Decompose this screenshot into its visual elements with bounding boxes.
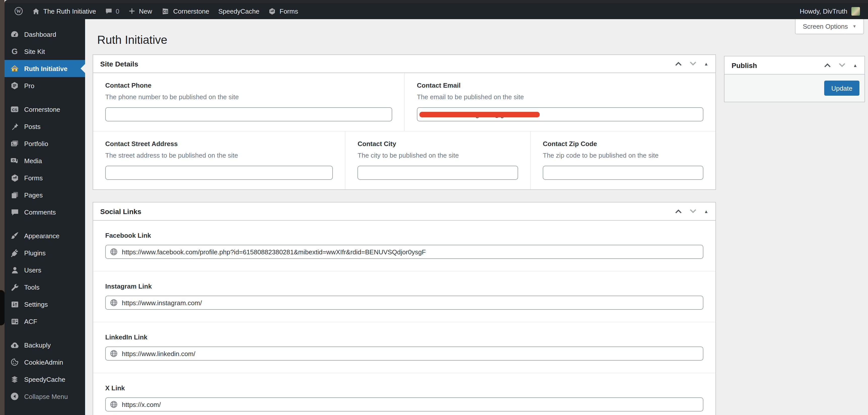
plug-icon bbox=[9, 248, 20, 258]
field-label: Contact Phone bbox=[105, 82, 392, 89]
sidebar-item-ruth-initiative[interactable]: Ruth Initiative bbox=[4, 60, 85, 77]
svg-text:G: G bbox=[11, 47, 18, 56]
instagram-link-input[interactable] bbox=[105, 296, 703, 310]
user-icon bbox=[9, 265, 20, 275]
sidebar-item-backuply[interactable]: Backuply bbox=[4, 336, 85, 354]
sidebar-item-cornerstone[interactable]: CS Cornerstone bbox=[4, 101, 85, 118]
sidebar-item-label: Portfolio bbox=[24, 140, 48, 147]
sidebar-item-label: Pages bbox=[24, 191, 43, 199]
sidebar-item-acf[interactable]: ACF bbox=[4, 313, 85, 330]
sidebar-item-cookieadmin[interactable]: CookieAdmin bbox=[4, 354, 85, 371]
admin-bar-comments[interactable]: 0 bbox=[101, 3, 124, 19]
sidebar-item-dashboard[interactable]: Dashboard bbox=[4, 26, 85, 43]
acf-icon bbox=[9, 316, 20, 326]
sidebar-item-label: Backuply bbox=[24, 341, 51, 349]
facebook-link-input[interactable] bbox=[105, 245, 703, 259]
sidebar-item-label: Plugins bbox=[24, 249, 45, 257]
forms-label: Forms bbox=[280, 7, 298, 15]
social-links-header[interactable]: Social Links ▲ bbox=[93, 203, 715, 220]
backuply-cloud-icon bbox=[9, 340, 20, 350]
sidebar-item-speedycache[interactable]: SpeedyCache bbox=[4, 371, 85, 388]
howdy-label[interactable]: Howdy, DivTruth bbox=[800, 7, 847, 15]
admin-bar-forms[interactable]: Forms bbox=[264, 3, 303, 19]
sidebar-item-users[interactable]: Users bbox=[4, 261, 85, 278]
move-down-button[interactable] bbox=[689, 208, 697, 214]
contact-phone-input[interactable] bbox=[105, 107, 392, 121]
contact-street-field: Contact Street Address The street addres… bbox=[93, 131, 345, 189]
contact-city-input[interactable] bbox=[358, 166, 518, 180]
admin-bar: W The Ruth Initiative 0 New CS Corners bbox=[4, 3, 868, 19]
contact-zip-input[interactable] bbox=[543, 166, 703, 180]
collapse-toggle-icon[interactable]: ▲ bbox=[853, 63, 858, 68]
sidebar-item-comments[interactable]: Comments bbox=[4, 204, 85, 220]
site-details-header[interactable]: Site Details ▲ bbox=[93, 55, 715, 73]
globe-icon bbox=[110, 401, 118, 409]
instagram-link-field: Instagram Link bbox=[93, 271, 715, 322]
sidebar-item-label: Pro bbox=[24, 82, 34, 89]
sidebar-item-settings[interactable]: Settings bbox=[4, 296, 85, 313]
svg-text:CS: CS bbox=[163, 9, 168, 13]
svg-text:W: W bbox=[17, 8, 21, 14]
sidebar-item-pro[interactable]: Pro bbox=[4, 77, 85, 94]
cornerstone-icon: CS bbox=[9, 104, 20, 114]
sidebar-item-tools[interactable]: Tools bbox=[4, 278, 85, 296]
site-name-label: The Ruth Initiative bbox=[43, 7, 96, 15]
linkedin-link-input[interactable] bbox=[105, 347, 703, 361]
field-label: Contact City bbox=[358, 140, 518, 148]
sidebar-item-forms[interactable]: Forms bbox=[4, 169, 85, 186]
new-label: New bbox=[139, 7, 152, 15]
contact-email-field: Contact Email The email to be published … bbox=[404, 73, 715, 131]
brush-icon bbox=[9, 231, 20, 241]
field-label: LinkedIn Link bbox=[105, 333, 703, 341]
update-button[interactable]: Update bbox=[824, 81, 860, 96]
speedycache-label: SpeedyCache bbox=[218, 7, 259, 15]
sidebar-item-appearance[interactable]: Appearance bbox=[4, 227, 85, 244]
contact-city-field: Contact City The city to be published on… bbox=[345, 131, 530, 189]
move-down-button[interactable] bbox=[838, 62, 846, 68]
cornerstone-icon: CS bbox=[161, 7, 170, 16]
collapse-toggle-icon[interactable]: ▲ bbox=[704, 209, 708, 214]
avatar[interactable] bbox=[851, 7, 860, 16]
sidebar-item-pages[interactable]: Pages bbox=[4, 186, 85, 204]
site-details-title: Site Details bbox=[100, 60, 138, 68]
admin-bar-site-name[interactable]: The Ruth Initiative bbox=[28, 3, 101, 19]
move-up-button[interactable] bbox=[824, 62, 831, 68]
sidebar-collapse-menu[interactable]: Collapse Menu bbox=[4, 388, 85, 405]
publish-header[interactable]: Publish ▲ bbox=[724, 56, 865, 75]
globe-icon bbox=[110, 248, 118, 256]
sidebar-item-label: Ruth Initiative bbox=[24, 65, 67, 72]
field-description: The street address to be published on th… bbox=[105, 152, 333, 159]
wp-logo-menu[interactable]: W bbox=[9, 3, 28, 19]
contact-street-input[interactable] bbox=[105, 166, 333, 180]
comment-icon bbox=[9, 207, 20, 217]
sidebar-item-label: Dashboard bbox=[24, 30, 56, 38]
sidebar-item-site-kit[interactable]: G Site Kit bbox=[4, 43, 85, 60]
facebook-link-field: Facebook Link bbox=[93, 220, 715, 271]
admin-sidebar: Dashboard G Site Kit Ruth Initiative Pro… bbox=[4, 19, 85, 415]
move-up-button[interactable] bbox=[675, 60, 682, 67]
publish-box: Publish ▲ Update bbox=[724, 56, 865, 102]
admin-bar-new[interactable]: New bbox=[124, 3, 157, 19]
redaction-annotation bbox=[420, 112, 540, 117]
x-link-input[interactable] bbox=[105, 397, 703, 412]
sidebar-item-media[interactable]: Media bbox=[4, 152, 85, 169]
desktop-edge bbox=[0, 0, 4, 415]
screen-options-button[interactable]: Screen Options ▼ bbox=[795, 19, 864, 34]
cornerstone-label: Cornerstone bbox=[173, 7, 209, 15]
collapse-toggle-icon[interactable]: ▲ bbox=[704, 61, 708, 66]
social-links-box: Social Links ▲ Facebook Link Insta bbox=[93, 202, 716, 415]
admin-bar-cornerstone[interactable]: CS Cornerstone bbox=[157, 3, 214, 19]
page-title: Ruth Initiative bbox=[97, 33, 167, 47]
ruth-initiative-house-icon bbox=[9, 63, 20, 73]
move-down-button[interactable] bbox=[689, 60, 697, 67]
sidebar-separator bbox=[4, 94, 85, 101]
admin-bar-speedycache[interactable]: SpeedyCache bbox=[214, 3, 264, 19]
sidebar-item-label: Media bbox=[24, 157, 42, 165]
sidebar-item-plugins[interactable]: Plugins bbox=[4, 244, 85, 261]
home-icon bbox=[32, 7, 40, 15]
move-up-button[interactable] bbox=[675, 208, 682, 214]
sidebar-item-posts[interactable]: Posts bbox=[4, 118, 85, 135]
contact-zip-field: Contact Zip Code The zip code to be publ… bbox=[530, 131, 715, 189]
sidebar-item-portfolio[interactable]: Portfolio bbox=[4, 135, 85, 152]
social-links-title: Social Links bbox=[100, 207, 141, 215]
